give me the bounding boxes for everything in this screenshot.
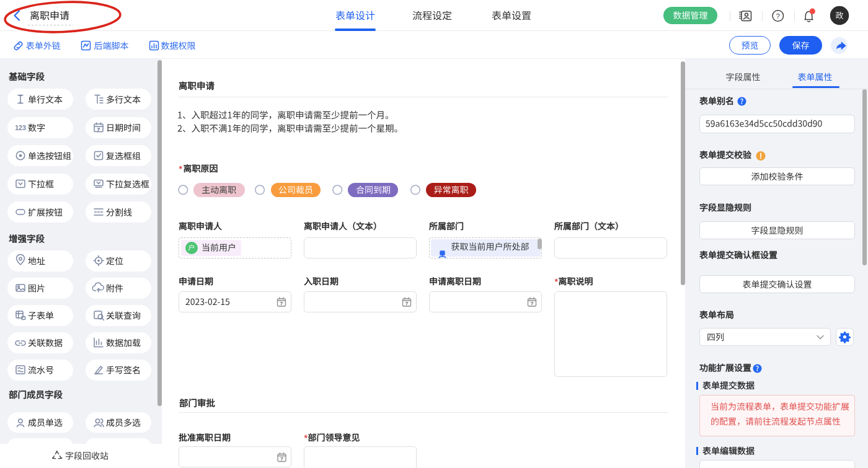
svg-text:123: 123 <box>15 124 26 131</box>
svg-text:?: ? <box>776 12 780 20</box>
